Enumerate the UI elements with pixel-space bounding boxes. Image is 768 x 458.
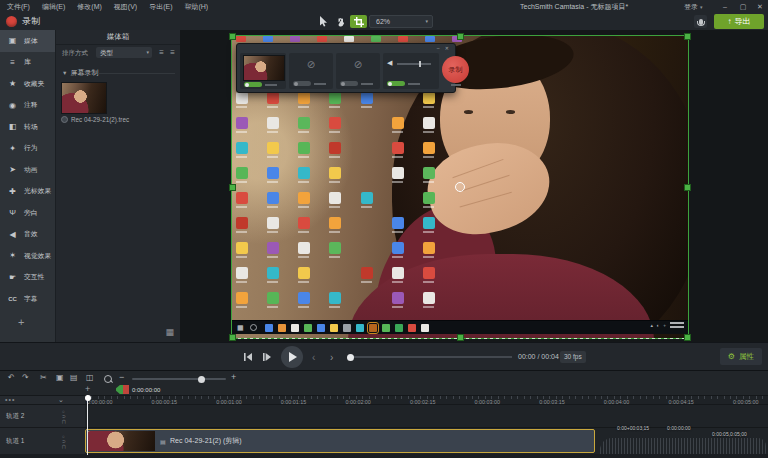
desktop-icon — [267, 267, 279, 279]
crop-handle-se[interactable] — [684, 334, 691, 341]
sidebar-item-interactivity[interactable]: ☛交互性 — [0, 267, 55, 289]
desktop-icon — [329, 142, 341, 154]
export-button[interactable]: ↑ 导出 — [714, 14, 764, 29]
playhead-handle[interactable] — [85, 395, 91, 401]
copy-icon[interactable]: ▣ — [56, 373, 64, 382]
properties-button[interactable]: ⚙ 属性 — [720, 348, 762, 365]
track-lock-icon[interactable]: ⋂ — [62, 419, 66, 424]
crop-handle-w[interactable] — [229, 184, 236, 191]
sort-descending-icon[interactable]: ≡ — [170, 48, 175, 57]
screen-recording-group-header[interactable]: ▼屏幕录制 — [62, 68, 98, 78]
media-item-thumbnail[interactable] — [61, 82, 107, 114]
video-preview[interactable]: – ✕ ⊘ ⊘ — [232, 36, 688, 338]
timeline-scroll-strip[interactable] — [0, 454, 768, 458]
next-frame-button[interactable] — [262, 352, 272, 362]
cut-icon[interactable]: ✂ — [40, 373, 47, 382]
sort-ascending-icon[interactable]: ≡ — [159, 48, 164, 57]
ruler-label: 0:00:04:15 — [668, 399, 693, 405]
more-tools-button[interactable]: + — [18, 316, 24, 328]
timeline-zoom-icon[interactable] — [104, 375, 112, 383]
taskbar-in-video: ▦ ▴◖＋ — [232, 320, 688, 334]
undo-icon[interactable]: ↶ — [8, 373, 15, 382]
ruler-label: 0:00:05:00 — [733, 399, 758, 405]
crop-handle-ne[interactable] — [684, 33, 691, 40]
canvas-zoom-select[interactable]: 62% ▾ — [369, 15, 433, 28]
redo-icon[interactable]: ↷ — [22, 373, 29, 382]
close-button[interactable]: ✕ — [753, 0, 767, 13]
sidebar-item-favorites[interactable]: ★收藏夹 — [0, 73, 55, 95]
system-audio-toggle-on — [387, 81, 405, 86]
sidebar-item-voice-narration[interactable]: Ψ旁白 — [0, 202, 55, 224]
in-marker-icon[interactable] — [116, 385, 123, 394]
preview-scrubber[interactable] — [350, 356, 512, 358]
sidebar-item-library[interactable]: ≡库 — [0, 52, 55, 74]
recorder-camera-section: ⊘ — [289, 53, 333, 89]
sort-by-select[interactable]: 类型▾ — [96, 47, 152, 58]
minimize-button[interactable]: – — [718, 0, 732, 13]
desktop-icon — [298, 167, 310, 179]
voice-narration-button[interactable] — [694, 15, 707, 28]
maximize-button[interactable]: ▢ — [736, 0, 750, 13]
timeline-ruler[interactable]: ••• ⌄ 0:00:00:000:00:00:150:00:01:000:00… — [0, 395, 768, 405]
sidebar-item-captions[interactable]: CC字幕 — [0, 288, 55, 310]
crop-handle-s[interactable] — [457, 334, 464, 341]
record-button[interactable]: 录制 — [6, 15, 40, 28]
desktop-icon — [267, 142, 279, 154]
trim-end-label: 0:00:05,0:05;00 — [712, 431, 747, 437]
chevron-down-icon: ▼ — [62, 70, 67, 76]
crop-handle-sw[interactable] — [229, 334, 236, 341]
crop-handle-e[interactable] — [684, 184, 691, 191]
desktop-icon — [361, 117, 392, 142]
crop-center-handle[interactable] — [455, 182, 465, 192]
sidebar-item-visual-effects[interactable]: ✶视觉效果 — [0, 245, 55, 267]
menu-view[interactable]: 视图(V) — [114, 2, 137, 12]
split-icon[interactable]: ◫ — [86, 373, 94, 382]
pan-tool[interactable] — [332, 15, 349, 28]
taskbar-app-icon — [317, 324, 325, 332]
sign-in-button[interactable]: 登录 ▾ — [684, 0, 702, 13]
zoom-in-button[interactable]: + — [231, 372, 236, 382]
grid-view-icon[interactable]: ▦ — [165, 327, 174, 337]
track-lock-icon[interactable]: ⋂ — [62, 444, 66, 449]
paste-icon[interactable]: ▤ — [70, 373, 78, 382]
desktop-icon — [236, 192, 248, 204]
jump-back-button[interactable]: ‹ — [312, 352, 315, 363]
sidebar-item-animations[interactable]: ➤动画 — [0, 159, 55, 181]
menu-export[interactable]: 导出(E) — [149, 2, 172, 12]
crop-tool[interactable] — [350, 15, 367, 28]
sidebar-item-behaviors[interactable]: ✦行为 — [0, 138, 55, 160]
jump-forward-button[interactable]: › — [330, 352, 333, 363]
previous-frame-button[interactable] — [243, 352, 253, 362]
out-marker-icon[interactable] — [123, 385, 129, 394]
playhead-line[interactable] — [87, 395, 88, 455]
desktop-icon — [267, 292, 279, 304]
zoom-out-button[interactable]: − — [119, 372, 124, 382]
scrubber-handle[interactable] — [347, 354, 354, 361]
menu-modify[interactable]: 修改(M) — [77, 2, 102, 12]
desktop-icon — [298, 92, 310, 104]
desktop-icon — [361, 167, 392, 192]
playhead-in-out-marker[interactable]: 0:00:00:00 — [116, 385, 160, 394]
desktop-icon — [361, 92, 373, 104]
sidebar-item-transitions[interactable]: ◧转场 — [0, 116, 55, 138]
play-button[interactable] — [281, 346, 303, 368]
timeline-zoom-slider[interactable] — [132, 378, 226, 380]
desktop-icon-partial — [344, 36, 354, 42]
collapse-tracks-icon[interactable]: ⌄ — [58, 396, 64, 404]
crop-handle-nw[interactable] — [229, 33, 236, 40]
zoom-slider-handle[interactable] — [198, 376, 205, 383]
timeline-clip[interactable]: ▤ Rec 04-29-21(2) (剪辑) — [85, 429, 595, 453]
menu-help[interactable]: 帮助(H) — [184, 2, 208, 12]
sidebar-item-media[interactable]: ▣媒体 — [0, 30, 55, 52]
crop-handle-n[interactable] — [457, 33, 464, 40]
add-track-button[interactable]: + — [85, 384, 90, 394]
menu-edit[interactable]: 编辑(E) — [42, 2, 65, 12]
edit-cursor-tool[interactable] — [314, 15, 331, 28]
track-2-lane[interactable] — [85, 405, 768, 428]
sidebar-item-audio-effects[interactable]: ◀音效 — [0, 224, 55, 246]
sidebar-item-annotations[interactable]: ◉注释 — [0, 95, 55, 117]
media-item[interactable]: Rec 04-29-21(2).trec — [61, 116, 129, 123]
sidebar-item-cursor-effects[interactable]: ✚光标效果 — [0, 181, 55, 203]
track-options-icon[interactable]: ••• — [5, 396, 15, 403]
menu-file[interactable]: 文件(F) — [7, 2, 30, 12]
